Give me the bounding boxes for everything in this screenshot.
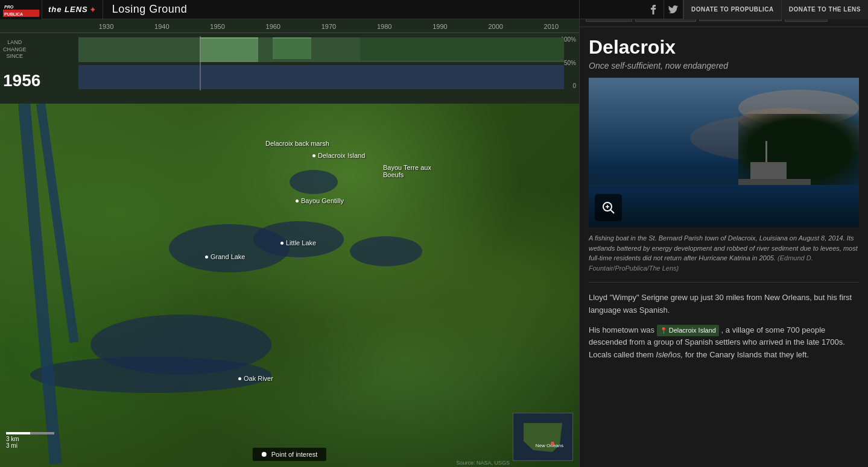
poi-legend-label: Point of interest <box>271 451 317 458</box>
water-reflection <box>589 185 859 227</box>
label-oak-river: Oak River <box>238 375 273 382</box>
svg-line-5 <box>610 210 614 213</box>
photo-background <box>589 78 859 227</box>
caption-text: A fishing boat in the St. Bernard Parish… <box>589 234 858 262</box>
water-bayou <box>350 236 422 266</box>
label-delacroix-marsh: Delacroix back marsh <box>265 140 329 147</box>
body-paragraph-1: Lloyd "Wimpy" Serigne grew up just 30 mi… <box>589 292 859 317</box>
year-2010: 2010 <box>524 23 579 30</box>
mini-map: New Orleans <box>513 413 573 461</box>
label-bayou-terre: Bayou Terre auxBoeufs <box>383 164 431 178</box>
chart-bars[interactable] <box>78 36 564 90</box>
timeline-bar: 1930 1940 1950 1960 1970 1980 1990 2000 … <box>0 19 579 104</box>
year-1960: 1960 <box>246 23 301 30</box>
location-marker <box>551 442 554 445</box>
year-1980: 1980 <box>356 23 412 30</box>
body-text: Lloyd "Wimpy" Serigne grew up just 30 mi… <box>589 292 859 362</box>
baseline-year: 1956 <box>3 71 40 90</box>
highlight-text: Delacroix Island <box>669 325 716 336</box>
timeline-years: 1930 1940 1950 1960 1970 1980 1990 2000 … <box>0 19 579 33</box>
svg-text:PRO: PRO <box>4 5 14 9</box>
label-delacroix-island: Delacroix Island <box>312 152 365 159</box>
scale-bar: 3 km 3 mi <box>6 432 54 449</box>
source-text: Source: NASA, USGS <box>456 460 510 466</box>
body-paragraph-2: His hometown was 📍 Delacroix Island , a … <box>589 324 859 362</box>
year-1930: 1930 <box>78 23 134 30</box>
map-dot-grand-lake <box>205 255 208 259</box>
canal-water <box>30 357 271 393</box>
location-pin-icon: 📍 <box>660 326 667 336</box>
main-canal <box>18 104 62 465</box>
new-orleans-label: New Orleans <box>536 443 563 448</box>
location-subtitle: Once self-sufficient, now endangered <box>589 61 859 71</box>
propublica-logo[interactable]: PRO PUBLICA <box>0 0 42 19</box>
zoom-button[interactable] <box>595 194 622 221</box>
water-island <box>290 170 338 194</box>
year-2000: 2000 <box>468 23 524 30</box>
year-1990: 1990 <box>412 23 467 30</box>
donate-lens-button[interactable]: DONATE TO THE LENS <box>781 0 868 19</box>
lens-logo[interactable]: the LENS ✦ <box>42 0 103 19</box>
content-area: Delacroix Once self-sufficient, now enda… <box>580 27 868 378</box>
lens-star-icon: ✦ <box>89 5 97 14</box>
header-right: DONATE TO PROPUBLICA DONATE TO THE LENS <box>579 0 868 19</box>
body-p2-pre: His hometown was <box>589 325 657 334</box>
year-1940: 1940 <box>134 23 189 30</box>
label-little-lake: Little Lake <box>280 239 316 246</box>
year-1970: 1970 <box>301 23 356 30</box>
label-bayou-gentilly: Bayou Gentilly <box>296 197 344 204</box>
map-dot-delacroix <box>312 154 315 157</box>
poi-dot-icon <box>262 452 267 457</box>
location-title: Delacroix <box>589 36 859 58</box>
scale-km: 3 km <box>6 436 54 442</box>
donate-propublica-button[interactable]: DONATE TO PROPUBLICA <box>683 0 781 19</box>
facebook-icon[interactable] <box>645 0 664 19</box>
louisiana-shape <box>519 419 567 456</box>
islenos-text: Isleños, <box>656 350 683 359</box>
photo-caption: A fishing boat in the St. Bernard Parish… <box>589 233 859 283</box>
delacroix-island-link[interactable]: 📍 Delacroix Island <box>657 325 719 337</box>
map-dot-gentilly <box>296 199 299 202</box>
year-1950: 1950 <box>189 23 245 30</box>
scale-mi: 3 mi <box>6 442 54 449</box>
right-panel: ◈ INTRO ◀ PREVIOUS ALL LOCATIONS ▼ NEXT … <box>579 0 868 467</box>
map-area[interactable]: Delacroix back marsh Delacroix Island Ba… <box>0 104 579 467</box>
map-dot-little-lake <box>280 242 284 245</box>
body-p1-text: Lloyd "Wimpy" Serigne grew up just 30 mi… <box>589 293 852 315</box>
header-left: PRO PUBLICA the LENS ✦ Losing Ground <box>0 0 579 19</box>
scale-line <box>6 432 54 434</box>
page-title: Losing Ground <box>103 3 188 16</box>
land-change-label: LANDCHANGESINCE <box>3 39 27 60</box>
timeline-chart[interactable]: LANDCHANGESINCE 1956 100% 50% 0 <box>0 33 579 93</box>
map-dot-oak-river <box>238 377 241 380</box>
location-photo <box>589 78 859 227</box>
svg-text:PUBLICA: PUBLICA <box>4 12 23 16</box>
twitter-icon[interactable] <box>664 0 683 19</box>
lens-text: the LENS <box>48 5 88 14</box>
label-grand-lake: Grand Lake <box>205 253 245 260</box>
poi-legend: Point of interest <box>253 448 326 461</box>
map-background: Delacroix back marsh Delacroix Island Ba… <box>0 104 579 467</box>
